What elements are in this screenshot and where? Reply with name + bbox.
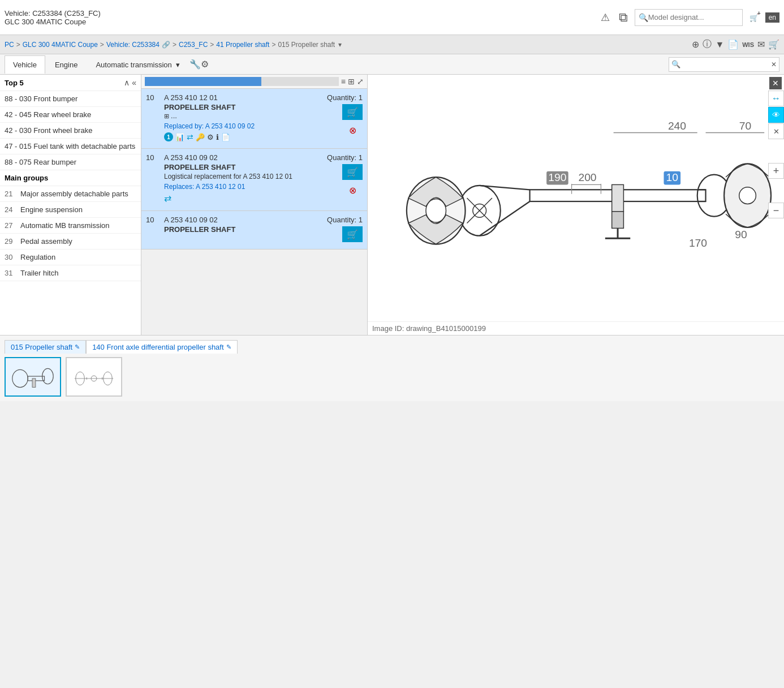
thumb-tab-140-edit-icon[interactable]: ✎ [226, 343, 231, 351]
search-icon: 🔍 [639, 13, 648, 22]
top5-item-3[interactable]: 42 - 030 Front wheel brake [0, 123, 141, 139]
document-icon-button[interactable]: 📄 [727, 38, 739, 50]
part-1-add-to-cart-button[interactable]: 🛒 [342, 104, 363, 120]
tab-automatic-transmission[interactable]: Automatic transmission ▾ [87, 55, 188, 74]
part-1-replaced[interactable]: Replaced by: A 253 410 09 02 [164, 122, 322, 130]
model-designation-input[interactable] [648, 13, 739, 22]
vehicle-code: Vehicle: C253384 (C253_FC) [5, 9, 598, 18]
breadcrumb-vehicle[interactable]: Vehicle: C253384 [106, 41, 160, 49]
part-1-doc-button[interactable]: 📄 [221, 133, 230, 141]
breadcrumb-c253fc[interactable]: C253_FC [179, 41, 208, 49]
part-2-logistical: Logistical replacement for A 253 410 12 … [164, 173, 322, 180]
top5-item-4[interactable]: 47 - 015 Fuel tank with detachable parts [0, 139, 141, 154]
thumbnail-140-image [68, 360, 119, 394]
part-2-name: PROPELLER SHAFT [164, 163, 322, 171]
thumbnails-row [5, 357, 779, 397]
top5-item-1[interactable]: 88 - 030 Front bumper [0, 91, 141, 107]
header-actions: ⚠ ⧉ 🔍 🛒 + en [598, 9, 779, 26]
drawing-label-70: 70 [739, 120, 751, 132]
tabs-search-box: 🔍 ✕ [669, 57, 779, 72]
part-item-3: 10 A 253 410 09 02 PROPELLER SHAFT Quant… [141, 211, 367, 250]
part-1-number[interactable]: A 253 410 12 01 [164, 93, 322, 102]
zoom-in-icon-button[interactable]: ⊕ [692, 38, 699, 50]
collapse-top5-button[interactable]: ∧ [124, 78, 130, 87]
drawing-label-240: 240 [668, 120, 686, 132]
wis-icon-button[interactable]: WIS [742, 38, 754, 50]
tabs-clear-icon-button[interactable]: ✕ [771, 61, 777, 68]
group-item-29[interactable]: 29 Pedal assembly [0, 234, 141, 250]
group-item-27[interactable]: 27 Automatic MB transmission [0, 218, 141, 234]
thumb-tab-015[interactable]: 015 Propeller shaft ✎ [5, 340, 86, 354]
drawing-zoom-in-button[interactable]: + [768, 163, 784, 179]
part-2-cancel-button[interactable]: ⊗ [342, 182, 363, 198]
top5-item-5[interactable]: 88 - 075 Rear bumper [0, 154, 141, 170]
thumb-tab-015-edit-icon[interactable]: ✎ [75, 343, 80, 351]
thumbnails-tabs: 015 Propeller shaft ✎ 140 Front axle dif… [5, 340, 779, 354]
drawing-zoom-out-button[interactable]: − [768, 203, 784, 218]
top5-item-2[interactable]: 42 - 045 Rear wheel brake [0, 107, 141, 123]
part-1-gear-button[interactable]: ⚙ [207, 133, 214, 141]
group-item-24[interactable]: 24 Engine suspension [0, 202, 141, 218]
vehicle-link-icon[interactable]: 🔗 [162, 41, 170, 49]
drawing-close-button[interactable]: ✕ [769, 77, 782, 89]
part-2-add-to-cart-button[interactable]: 🛒 [342, 164, 363, 180]
part-3-add-to-cart-button[interactable]: 🛒 [342, 226, 363, 242]
warning-icon-button[interactable]: ⚠ [598, 10, 612, 25]
breadcrumb-pc[interactable]: PC [5, 41, 14, 49]
settings-icon-button[interactable]: ⚙ [201, 59, 209, 70]
thumbnail-015-svg [8, 362, 58, 393]
group-num-30: 30 [5, 253, 20, 261]
thumb-tab-140[interactable]: 140 Front axle differential propeller sh… [86, 340, 237, 354]
top5-section: Top 5 ∧ « 88 - 030 Front bumper 42 - 045… [0, 75, 141, 170]
group-label-21: Major assembly detachable parts [20, 190, 128, 198]
part-2-number[interactable]: A 253 410 09 02 [164, 153, 322, 162]
thumbnail-140[interactable] [66, 357, 122, 397]
info-icon-button[interactable]: ⓘ [703, 38, 712, 50]
part-2-info: A 253 410 09 02 PROPELLER SHAFT Logistic… [160, 153, 327, 204]
cart-breadcrumb-icon-button[interactable]: 🛒 [768, 38, 779, 50]
tab-engine[interactable]: Engine [46, 55, 86, 74]
drawing-svg: 240 70 [379, 114, 773, 282]
drawing-content: 240 70 [368, 75, 784, 321]
part-3-header: 10 A 253 410 09 02 PROPELLER SHAFT Quant… [146, 216, 363, 242]
tabs-search-input[interactable] [680, 61, 771, 68]
breadcrumb-41[interactable]: 41 Propeller shaft [216, 41, 269, 49]
drawing-badge-10: 10 [666, 171, 678, 183]
vehicle-name: GLC 300 4MATIC Coupe [5, 18, 598, 26]
tab-vehicle[interactable]: Vehicle [5, 55, 45, 74]
language-selector[interactable]: en [765, 12, 779, 23]
group-num-24: 24 [5, 205, 20, 214]
part-1-info-button[interactable]: ℹ [216, 133, 219, 141]
drawing-side-close-button[interactable]: ✕ [768, 123, 784, 139]
part-1-key-button[interactable]: 🔑 [196, 133, 205, 141]
part-1-cancel-button[interactable]: ⊗ [342, 122, 363, 138]
top5-label: Top 5 [5, 79, 24, 87]
drawing-footer: Image ID: drawing_B41015000199 [368, 321, 784, 335]
hide-top5-button[interactable]: « [132, 78, 136, 87]
mail-icon-button[interactable]: ✉ [757, 38, 765, 50]
group-item-21[interactable]: 21 Major assembly detachable parts [0, 186, 141, 202]
part-1-chart-button[interactable]: 📊 [175, 133, 184, 141]
drawing-side-swap-button[interactable]: ↔ [768, 91, 784, 106]
list-view-button[interactable]: ≡ [341, 77, 346, 86]
top5-controls: ∧ « [124, 78, 136, 87]
main-tabs: Vehicle Engine Automatic transmission ▾ … [0, 54, 784, 75]
group-item-31[interactable]: 31 Trailer hitch [0, 265, 141, 281]
group-item-30[interactable]: 30 Regulation [0, 250, 141, 265]
expand-view-button[interactable]: ⊞ [348, 77, 355, 86]
part-2-swap-button[interactable]: ⇄ [164, 193, 171, 204]
fullscreen-button[interactable]: ⤢ [357, 77, 364, 86]
part-1-badge: 1 [164, 132, 173, 141]
breadcrumb-015[interactable]: 015 Propeller shaft ▾ [278, 41, 341, 49]
part-2-replaces[interactable]: Replaces: A 253 410 12 01 [164, 183, 322, 191]
filter-icon-button[interactable]: ▼ [715, 38, 724, 50]
part-1-refresh-button[interactable]: ⇄ [187, 132, 193, 141]
breadcrumb-glc[interactable]: GLC 300 4MATIC Coupe [23, 41, 98, 49]
copy-icon-button[interactable]: ⧉ [617, 9, 630, 26]
drawing-side-eye-button[interactable]: 👁 [768, 107, 784, 123]
part-3-number[interactable]: A 253 410 09 02 [164, 216, 322, 224]
group-num-29: 29 [5, 237, 20, 246]
thumbnail-015[interactable] [5, 357, 61, 397]
cart-icon-button[interactable]: 🛒 + [747, 10, 761, 24]
wrench-icon-button[interactable]: 🔧 [189, 59, 201, 70]
